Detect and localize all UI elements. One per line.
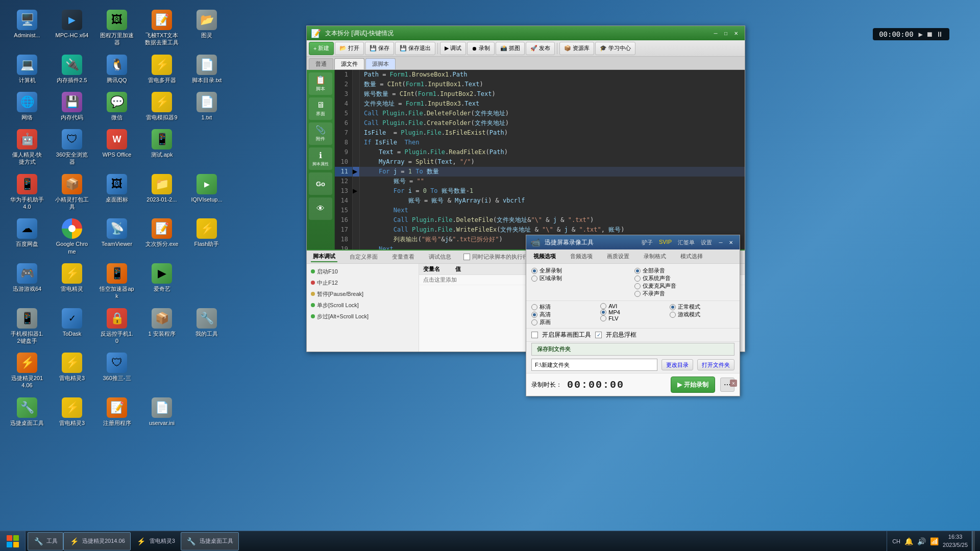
code-editor[interactable]: 1 Path = Form1.BrowseBox1.Path 2 数量 = CI…	[335, 70, 745, 249]
icon-iqiyi-setup[interactable]: ▶ IQIVIsetup...	[187, 172, 226, 213]
sidebar-script-btn[interactable]: 📋 脚本	[309, 72, 332, 95]
taskbar-volume-icon[interactable]: 🔊	[917, 537, 926, 545]
rec-mic-only-option[interactable]: 仅麦克风声音	[634, 282, 734, 290]
sidebar-eye-btn[interactable]: 👁	[309, 197, 332, 220]
icon-installer[interactable]: 📦 1 安装程序	[142, 306, 181, 347]
start-record-button[interactable]: ▶ 开始录制	[671, 377, 715, 393]
icon-memory-plugin[interactable]: 🔌 内存插件2.5	[53, 53, 91, 86]
rec-tab-format[interactable]: 录制格式	[641, 251, 669, 262]
change-dir-button[interactable]: 更改目录	[662, 359, 693, 370]
screenshot-button[interactable]: 📸 抓图	[496, 42, 525, 55]
timer-play-btn[interactable]: ▶	[919, 30, 923, 38]
bottom-tab-debug[interactable]: 脚本调试	[311, 252, 337, 262]
taskbar-show-desktop-btn[interactable]	[972, 531, 975, 552]
game-mode-radio[interactable]	[670, 312, 676, 318]
bottom-tab-debug-info[interactable]: 调试信息	[427, 252, 453, 262]
taskbar-clock[interactable]: 16:33 2023/5/25	[943, 533, 968, 549]
tab-source[interactable]: 源文件	[334, 58, 364, 69]
icon-2023-folder[interactable]: 📁 2023-01-2...	[142, 172, 181, 213]
minimize-button[interactable]: ─	[711, 29, 720, 37]
taskbar-item-xunjie[interactable]: ⚡ 迅捷精灵2014.06	[63, 532, 131, 550]
icon-script-dir[interactable]: 📄 脚本目录.txt	[187, 53, 226, 86]
publish-button[interactable]: 🚀 发布	[526, 42, 555, 55]
float-box-checkbox[interactable]: ✓	[595, 332, 602, 338]
hd-radio[interactable]	[531, 312, 537, 318]
taskbar-start-button[interactable]	[0, 531, 26, 552]
rec-all-audio-option[interactable]: 全部录音	[634, 267, 734, 274]
tab-normal[interactable]: 普通	[309, 58, 333, 69]
icon-360browser[interactable]: 🛡 360安全浏览器	[53, 127, 91, 168]
rec-tab-audio[interactable]: 音频选项	[567, 251, 596, 262]
avi-radio[interactable]	[600, 303, 606, 309]
icon-computer[interactable]: 💻 计算机	[8, 53, 46, 86]
log-checkbox-label[interactable]: 同时记录脚本的执行行序	[463, 253, 534, 261]
learning-button[interactable]: 🎓 学习中心	[595, 42, 635, 55]
icon-txt-tool[interactable]: 📝 飞梭TXT文本数据去重工具	[142, 8, 181, 48]
icon-flash[interactable]: ⚡ Flash助手	[187, 216, 226, 257]
sys-audio-radio[interactable]	[634, 276, 641, 282]
rec-sys-audio-option[interactable]: 仅系统声音	[634, 274, 734, 282]
rec-normal-mode[interactable]: 正常模式	[670, 303, 734, 311]
rec-tab-video[interactable]: 视频选项	[530, 251, 559, 262]
new-button[interactable]: + 新建	[309, 42, 334, 55]
open-folder-button[interactable]: 打开文件夹	[697, 359, 734, 370]
icon-iqiyi[interactable]: ▶ 爱奇艺	[142, 261, 181, 302]
debug-step-over-btn[interactable]: 步过[Alt+Scroll Lock]	[309, 311, 416, 322]
icon-huawei[interactable]: 📱 华为手机助手4.0	[8, 172, 46, 213]
icon-wechat[interactable]: 💬 微信	[97, 90, 136, 123]
taskbar-item-lei-dian[interactable]: ⚡ 雷电精灵3	[131, 532, 181, 550]
icon-lei-dian-elf3[interactable]: ⚡ 雷电精灵3	[53, 395, 91, 429]
normal-mode-radio[interactable]	[670, 304, 676, 310]
rec-game-mode[interactable]: 游戏模式	[670, 311, 734, 318]
close-button[interactable]: ✕	[731, 29, 741, 37]
rec-close-btn[interactable]: ✕	[726, 238, 736, 246]
save-button[interactable]: 💾 保存	[365, 42, 394, 55]
all-audio-radio[interactable]	[634, 268, 641, 274]
icon-teamviewer[interactable]: 📡 TeamViewer	[97, 216, 136, 257]
icon-robot[interactable]: 🤖 僵人精灵-快捷方式	[8, 127, 46, 168]
icon-anti-remote[interactable]: 🔒 反远控手机1.0	[97, 306, 136, 347]
sidebar-props-btn[interactable]: ℹ 脚本属性	[309, 147, 332, 170]
no-audio-radio[interactable]	[634, 291, 641, 297]
rec-fullscreen-option[interactable]: 全屏录制	[531, 267, 631, 274]
debug-step-btn[interactable]: 单步[Scroll Lock]	[309, 299, 416, 311]
timer-pause-btn[interactable]: ⏸	[936, 30, 943, 38]
icon-memory-code[interactable]: 💾 内存代码	[53, 90, 91, 123]
taskbar-item-tools[interactable]: 🔧 工具	[28, 532, 63, 550]
rec-flv-option[interactable]: FLV	[600, 315, 665, 321]
sidebar-go-btn[interactable]: Go	[309, 172, 332, 195]
flv-radio[interactable]	[600, 315, 606, 321]
debug-start-btn[interactable]: 启动F10	[309, 266, 416, 277]
code-area[interactable]: 1 Path = Form1.BrowseBox1.Path 2 数量 = CI…	[335, 70, 745, 249]
icon-administrator[interactable]: 🖥️ Administ...	[8, 8, 46, 48]
icon-lei-dian-emulator[interactable]: ⚡ 雷电模拟器9	[142, 90, 181, 123]
icon-tuling[interactable]: 📂 图灵	[187, 8, 226, 48]
rec-mp4-option[interactable]: MP4	[600, 309, 665, 315]
region-radio[interactable]	[531, 276, 537, 282]
icon-small-packing[interactable]: 📦 小精灵打包工具	[53, 172, 91, 213]
rec-menu-donkey[interactable]: 驴子	[642, 239, 653, 246]
sidebar-ui-btn[interactable]: 🖥 界面	[309, 97, 332, 120]
original-radio[interactable]	[531, 319, 537, 325]
icon-my-tools[interactable]: 🔧 我的工具	[187, 306, 226, 347]
rec-no-audio-option[interactable]: 不录声音	[634, 290, 734, 297]
icon-uservar-ini[interactable]: 📄 uservar.ini	[142, 395, 181, 429]
icon-network[interactable]: 🌐 网络	[8, 90, 46, 123]
icon-lei-dian-multi[interactable]: ⚡ 雷电多开器	[142, 53, 181, 86]
taskbar-network-icon[interactable]: 📶	[930, 537, 939, 545]
rec-tab-mode[interactable]: 模式选择	[677, 251, 706, 262]
icon-text-split[interactable]: 📝 文次拆分.exe	[142, 216, 181, 257]
debug-stop-btn[interactable]: 中止F12	[309, 277, 416, 288]
icon-xun-you[interactable]: 🎮 迅游游戏64	[8, 261, 46, 302]
icon-test-apk[interactable]: 📱 测试.apk	[142, 127, 181, 168]
icon-phone-sim[interactable]: 📱 手机模拟器1.2键盘手	[8, 306, 46, 347]
record-button[interactable]: ⏺ 录制	[467, 42, 495, 55]
icon-register[interactable]: 📝 注册用程序	[97, 395, 136, 429]
taskbar-notify-icon[interactable]: 🔔	[904, 537, 913, 545]
rec-tab-quality[interactable]: 画质设置	[604, 251, 632, 262]
bottom-tab-vars[interactable]: 变量查看	[390, 252, 416, 262]
rec-region-option[interactable]: 区域录制	[531, 274, 631, 282]
rec-hd-option[interactable]: 高清	[531, 311, 596, 318]
debug-button[interactable]: ▶ 调试	[440, 42, 466, 55]
timer-stop-btn[interactable]: ⏹	[926, 30, 933, 38]
